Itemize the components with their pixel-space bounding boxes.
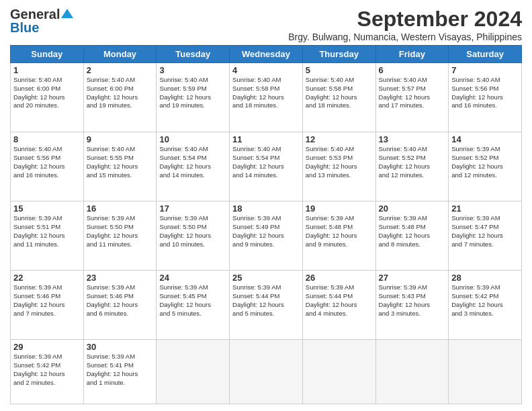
day-number: 26 (306, 273, 373, 283)
day-info: Sunrise: 5:40 AM Sunset: 5:54 PM Dayligh… (232, 145, 284, 178)
page: General Blue September 2024 Brgy. Bulwan… (0, 0, 532, 411)
day-info: Sunrise: 5:40 AM Sunset: 5:58 PM Dayligh… (306, 76, 357, 109)
calendar-week-2: 8Sunrise: 5:40 AM Sunset: 5:56 PM Daylig… (11, 132, 522, 201)
table-row: 17Sunrise: 5:39 AM Sunset: 5:50 PM Dayli… (157, 201, 230, 271)
table-row: 20Sunrise: 5:39 AM Sunset: 5:48 PM Dayli… (375, 201, 449, 271)
day-number: 8 (13, 134, 81, 144)
day-info: Sunrise: 5:40 AM Sunset: 6:00 PM Dayligh… (13, 76, 65, 109)
table-row: 21Sunrise: 5:39 AM Sunset: 5:47 PM Dayli… (449, 201, 522, 271)
table-row: 12Sunrise: 5:40 AM Sunset: 5:53 PM Dayli… (302, 132, 375, 201)
table-row: 18Sunrise: 5:39 AM Sunset: 5:49 PM Dayli… (230, 201, 303, 271)
day-info: Sunrise: 5:39 AM Sunset: 5:48 PM Dayligh… (306, 214, 357, 247)
day-info: Sunrise: 5:39 AM Sunset: 5:50 PM Dayligh… (87, 214, 138, 247)
col-thursday: Thursday (302, 46, 375, 63)
logo-icon (61, 7, 73, 19)
day-info: Sunrise: 5:40 AM Sunset: 5:59 PM Dayligh… (159, 76, 211, 109)
day-number: 6 (379, 65, 446, 75)
day-info: Sunrise: 5:39 AM Sunset: 5:44 PM Dayligh… (232, 283, 284, 316)
title-section: September 2024 Brgy. Bulwang, Numancia, … (288, 7, 522, 42)
table-row: 11Sunrise: 5:40 AM Sunset: 5:54 PM Dayli… (230, 132, 303, 201)
table-row: 19Sunrise: 5:39 AM Sunset: 5:48 PM Dayli… (302, 201, 375, 271)
day-number: 15 (13, 203, 81, 214)
day-number: 19 (306, 203, 373, 214)
day-number: 7 (451, 65, 519, 75)
day-number: 12 (306, 134, 373, 144)
day-number: 11 (232, 134, 300, 144)
col-monday: Monday (83, 46, 157, 63)
day-info: Sunrise: 5:40 AM Sunset: 5:52 PM Dayligh… (379, 145, 431, 178)
table-row: 8Sunrise: 5:40 AM Sunset: 5:56 PM Daylig… (11, 132, 84, 201)
col-saturday: Saturday (449, 46, 522, 63)
day-number: 24 (159, 273, 226, 283)
day-number: 14 (451, 134, 519, 144)
subtitle: Brgy. Bulwang, Numancia, Western Visayas… (288, 32, 522, 42)
day-info: Sunrise: 5:40 AM Sunset: 5:58 PM Dayligh… (232, 76, 284, 109)
calendar-week-1: 1Sunrise: 5:40 AM Sunset: 6:00 PM Daylig… (11, 63, 522, 132)
table-row: 2Sunrise: 5:40 AM Sunset: 6:00 PM Daylig… (83, 63, 157, 132)
table-row: 4Sunrise: 5:40 AM Sunset: 5:58 PM Daylig… (230, 63, 303, 132)
day-info: Sunrise: 5:39 AM Sunset: 5:49 PM Dayligh… (232, 214, 284, 247)
day-info: Sunrise: 5:39 AM Sunset: 5:51 PM Dayligh… (13, 214, 65, 247)
day-info: Sunrise: 5:40 AM Sunset: 5:53 PM Dayligh… (306, 145, 357, 178)
day-number: 18 (232, 203, 300, 214)
day-info: Sunrise: 5:39 AM Sunset: 5:41 PM Dayligh… (87, 353, 138, 385)
day-info: Sunrise: 5:39 AM Sunset: 5:46 PM Dayligh… (87, 283, 138, 316)
col-wednesday: Wednesday (230, 46, 303, 63)
day-info: Sunrise: 5:40 AM Sunset: 5:56 PM Dayligh… (13, 145, 65, 178)
col-sunday: Sunday (11, 46, 84, 63)
table-row: 7Sunrise: 5:40 AM Sunset: 5:56 PM Daylig… (449, 63, 522, 132)
day-info: Sunrise: 5:39 AM Sunset: 5:43 PM Dayligh… (379, 283, 431, 316)
calendar-week-5: 29Sunrise: 5:39 AM Sunset: 5:42 PM Dayli… (11, 340, 522, 404)
logo-blue: Blue (10, 20, 39, 36)
day-info: Sunrise: 5:39 AM Sunset: 5:42 PM Dayligh… (13, 353, 65, 385)
day-info: Sunrise: 5:39 AM Sunset: 5:44 PM Dayligh… (306, 283, 357, 316)
day-number: 2 (87, 65, 154, 75)
day-info: Sunrise: 5:39 AM Sunset: 5:48 PM Dayligh… (379, 214, 431, 247)
day-info: Sunrise: 5:39 AM Sunset: 5:42 PM Dayligh… (451, 283, 503, 316)
calendar-table: Sunday Monday Tuesday Wednesday Thursday… (10, 45, 522, 404)
calendar-week-3: 15Sunrise: 5:39 AM Sunset: 5:51 PM Dayli… (11, 201, 522, 271)
table-row: 22Sunrise: 5:39 AM Sunset: 5:46 PM Dayli… (11, 271, 84, 340)
day-info: Sunrise: 5:40 AM Sunset: 5:56 PM Dayligh… (451, 76, 503, 109)
day-info: Sunrise: 5:39 AM Sunset: 5:47 PM Dayligh… (451, 214, 503, 247)
day-number: 29 (13, 342, 81, 352)
day-number: 27 (379, 273, 446, 283)
day-number: 3 (159, 65, 226, 75)
table-row: 24Sunrise: 5:39 AM Sunset: 5:45 PM Dayli… (157, 271, 230, 340)
day-info: Sunrise: 5:39 AM Sunset: 5:46 PM Dayligh… (13, 283, 65, 316)
day-info: Sunrise: 5:40 AM Sunset: 5:57 PM Dayligh… (379, 76, 431, 109)
table-row: 27Sunrise: 5:39 AM Sunset: 5:43 PM Dayli… (375, 271, 449, 340)
day-info: Sunrise: 5:39 AM Sunset: 5:52 PM Dayligh… (451, 145, 503, 178)
table-row: 6Sunrise: 5:40 AM Sunset: 5:57 PM Daylig… (375, 63, 449, 132)
day-number: 13 (379, 134, 446, 144)
day-number: 9 (87, 134, 154, 144)
day-info: Sunrise: 5:39 AM Sunset: 5:50 PM Dayligh… (159, 214, 211, 247)
table-row: 15Sunrise: 5:39 AM Sunset: 5:51 PM Dayli… (11, 201, 84, 271)
table-row: 28Sunrise: 5:39 AM Sunset: 5:42 PM Dayli… (449, 271, 522, 340)
table-row: 23Sunrise: 5:39 AM Sunset: 5:46 PM Dayli… (83, 271, 157, 340)
day-number: 10 (159, 134, 226, 144)
table-row (230, 340, 303, 404)
day-number: 22 (13, 273, 81, 283)
table-row: 29Sunrise: 5:39 AM Sunset: 5:42 PM Dayli… (11, 340, 84, 404)
day-number: 23 (87, 273, 154, 283)
table-row: 25Sunrise: 5:39 AM Sunset: 5:44 PM Dayli… (230, 271, 303, 340)
table-row (302, 340, 375, 404)
col-tuesday: Tuesday (157, 46, 230, 63)
table-row (375, 340, 449, 404)
day-number: 5 (306, 65, 373, 75)
day-number: 4 (232, 65, 300, 75)
table-row: 5Sunrise: 5:40 AM Sunset: 5:58 PM Daylig… (302, 63, 375, 132)
day-info: Sunrise: 5:40 AM Sunset: 5:55 PM Dayligh… (87, 145, 138, 178)
svg-marker-0 (61, 9, 73, 18)
table-row: 13Sunrise: 5:40 AM Sunset: 5:52 PM Dayli… (375, 132, 449, 201)
day-number: 16 (87, 203, 154, 214)
day-info: Sunrise: 5:40 AM Sunset: 6:00 PM Dayligh… (87, 76, 138, 109)
table-row: 30Sunrise: 5:39 AM Sunset: 5:41 PM Dayli… (83, 340, 157, 404)
table-row: 9Sunrise: 5:40 AM Sunset: 5:55 PM Daylig… (83, 132, 157, 201)
table-row: 14Sunrise: 5:39 AM Sunset: 5:52 PM Dayli… (449, 132, 522, 201)
main-title: September 2024 (288, 7, 522, 32)
calendar-week-4: 22Sunrise: 5:39 AM Sunset: 5:46 PM Dayli… (11, 271, 522, 340)
header-row: Sunday Monday Tuesday Wednesday Thursday… (11, 46, 522, 63)
col-friday: Friday (375, 46, 449, 63)
